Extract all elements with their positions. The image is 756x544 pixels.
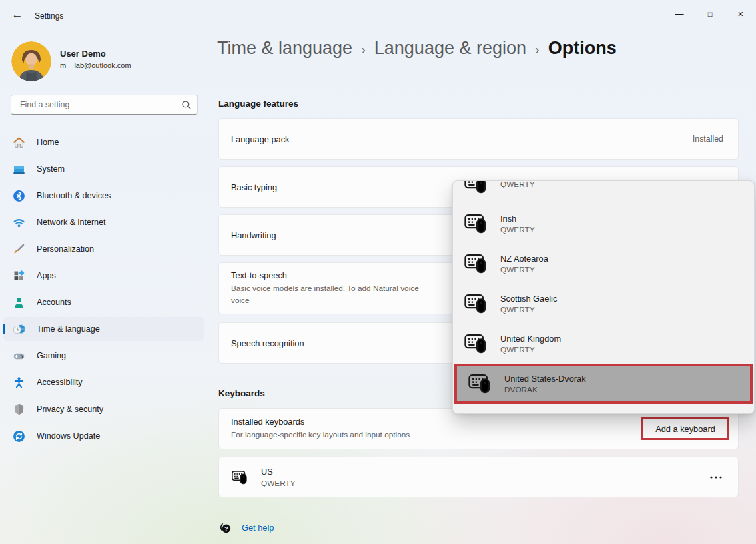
keyboard-option-name: NZ Aotearoa bbox=[500, 254, 548, 264]
keyboard-option-scottish-gaelic[interactable]: Scottish Gaelic QWERTY bbox=[453, 284, 754, 324]
keyboard-option-layout: DVORAK bbox=[504, 385, 586, 394]
back-button[interactable]: ← bbox=[9, 8, 25, 23]
keyboard-layout: QWERTY bbox=[261, 479, 296, 488]
user-email: m__lab@outlook.com bbox=[60, 61, 131, 69]
annotation-highlight-box: United States-Dvorak DVORAK bbox=[454, 364, 753, 404]
add-a-keyboard-button[interactable]: Add a keyboard bbox=[641, 417, 729, 440]
network-icon bbox=[13, 216, 25, 229]
get-help-icon: ? bbox=[218, 521, 232, 535]
keyboard-mouse-icon bbox=[464, 212, 489, 235]
sidebar-item-accessibility[interactable]: Accessibility bbox=[3, 370, 204, 394]
sidebar-item-accounts[interactable]: Accounts bbox=[3, 290, 204, 314]
minimize-button[interactable]: — bbox=[664, 0, 695, 28]
add-keyboard-dropdown: QWERTY Irish QWERTY NZ Aotearoa QWERTY S… bbox=[452, 180, 755, 414]
maximize-button[interactable]: □ bbox=[695, 0, 725, 28]
selected-accent-bar bbox=[3, 324, 5, 334]
search-box[interactable] bbox=[11, 95, 198, 115]
keyboard-option-irish[interactable]: Irish QWERTY bbox=[453, 204, 754, 244]
privacy-shield-icon bbox=[13, 403, 25, 416]
keyboard-option-united-kingdom[interactable]: United Kingdom QWERTY bbox=[453, 324, 754, 364]
row-title: Language pack bbox=[231, 134, 290, 144]
user-name: User Demo bbox=[60, 49, 106, 59]
get-help-link[interactable]: ? Get help bbox=[218, 521, 274, 535]
avatar-image bbox=[11, 41, 51, 81]
keyboard-option-name: United Kingdom bbox=[500, 334, 561, 344]
gaming-icon bbox=[13, 350, 25, 362]
sidebar-item-label: Gaming bbox=[37, 351, 66, 360]
windows-update-icon bbox=[13, 430, 25, 443]
svg-text:?: ? bbox=[224, 525, 228, 532]
breadcrumb: Time & language › Language & region › Op… bbox=[217, 38, 617, 59]
row-description: voice bbox=[231, 294, 250, 306]
keyboard-row-text: US QWERTY bbox=[261, 467, 296, 488]
sidebar-item-windows-update[interactable]: Windows Update bbox=[3, 424, 204, 448]
sidebar-item-gaming[interactable]: Gaming bbox=[3, 344, 204, 368]
keyboard-option-united-states-dvorak[interactable]: United States-Dvorak DVORAK bbox=[457, 366, 750, 401]
row-keyboard-us[interactable]: US QWERTY bbox=[218, 457, 739, 497]
row-title: Text-to-speech bbox=[231, 270, 287, 280]
breadcrumb-language-region[interactable]: Language & region bbox=[374, 38, 526, 59]
search-icon bbox=[181, 100, 192, 110]
sidebar-item-label: System bbox=[37, 164, 65, 174]
row-title: Installed keyboards bbox=[231, 417, 304, 427]
section-title-language-features: Language features bbox=[218, 99, 298, 109]
keyboard-option-layout: QWERTY bbox=[500, 345, 561, 354]
get-help-label: Get help bbox=[242, 523, 274, 533]
sidebar-item-label: Privacy & security bbox=[37, 404, 103, 414]
keyboard-mouse-icon bbox=[464, 332, 489, 355]
sidebar-item-label: Apps bbox=[37, 271, 56, 280]
bluetooth-icon bbox=[13, 190, 25, 202]
breadcrumb-options: Options bbox=[548, 38, 617, 59]
keyboard-option-text: Scottish Gaelic QWERTY bbox=[500, 294, 557, 314]
sidebar-item-time-language[interactable]: Time & language bbox=[3, 317, 204, 341]
keyboard-option-layout: QWERTY bbox=[500, 305, 557, 314]
section-title-keyboards: Keyboards bbox=[218, 388, 265, 398]
keyboard-option-text: United States-Dvorak DVORAK bbox=[504, 374, 586, 394]
keyboard-mouse-icon bbox=[231, 469, 249, 485]
sidebar-item-apps[interactable]: Apps bbox=[3, 264, 204, 288]
avatar[interactable] bbox=[11, 41, 51, 81]
sidebar-item-system[interactable]: System bbox=[3, 157, 204, 181]
home-icon bbox=[13, 136, 25, 149]
close-button[interactable]: × bbox=[725, 0, 756, 28]
add-a-keyboard-label: Add a keyboard bbox=[655, 424, 715, 434]
keyboard-option-name: Irish bbox=[500, 214, 535, 224]
sidebar-item-label: Accounts bbox=[37, 298, 71, 307]
chevron-right-icon: › bbox=[535, 40, 540, 57]
sidebar-item-label: Personalization bbox=[37, 244, 94, 254]
keyboard-option-nz-aotearoa[interactable]: NZ Aotearoa QWERTY bbox=[453, 244, 754, 284]
sidebar-item-privacy[interactable]: Privacy & security bbox=[3, 397, 204, 421]
sidebar-item-label: Bluetooth & devices bbox=[37, 191, 111, 200]
keyboard-option-layout: QWERTY bbox=[500, 265, 548, 274]
keyboard-option-text: NZ Aotearoa QWERTY bbox=[500, 254, 548, 274]
keyboard-option-layout: QWERTY bbox=[500, 180, 535, 189]
accounts-icon bbox=[13, 296, 25, 309]
chevron-right-icon: › bbox=[361, 40, 366, 57]
keyboard-option-name: Scottish Gaelic bbox=[500, 294, 557, 304]
apps-icon bbox=[13, 270, 25, 282]
sidebar-item-label: Time & language bbox=[37, 324, 100, 334]
row-language-pack[interactable]: Language pack Installed bbox=[218, 118, 739, 160]
sidebar-item-label: Home bbox=[37, 138, 59, 147]
keyboard-mouse-icon bbox=[464, 292, 489, 315]
row-description: For language-specific key layouts and in… bbox=[231, 429, 410, 441]
system-icon bbox=[13, 163, 25, 176]
row-status: Installed bbox=[693, 134, 723, 144]
keyboard-option-text: Irish QWERTY bbox=[500, 214, 535, 234]
sidebar-item-bluetooth[interactable]: Bluetooth & devices bbox=[3, 184, 204, 208]
settings-window: ← Settings — □ × User Demo m__lab@outloo… bbox=[0, 0, 756, 544]
sidebar-item-network[interactable]: Network & internet bbox=[3, 210, 204, 234]
keyboard-mouse-icon bbox=[464, 252, 489, 275]
keyboard-option-partial[interactable]: QWERTY bbox=[453, 180, 754, 204]
sidebar-item-label: Windows Update bbox=[37, 431, 100, 441]
window-title: Settings bbox=[35, 11, 63, 21]
more-options-icon[interactable] bbox=[709, 474, 723, 481]
keyboard-option-name: United States-Dvorak bbox=[504, 374, 586, 384]
sidebar-item-personalization[interactable]: Personalization bbox=[3, 237, 204, 261]
accessibility-icon bbox=[13, 376, 25, 389]
keyboard-option-layout: QWERTY bbox=[500, 225, 535, 234]
sidebar-item-home[interactable]: Home bbox=[3, 130, 204, 154]
search-input[interactable] bbox=[19, 99, 181, 110]
keyboard-option-text: QWERTY bbox=[500, 180, 535, 189]
breadcrumb-time-language[interactable]: Time & language bbox=[217, 38, 352, 59]
